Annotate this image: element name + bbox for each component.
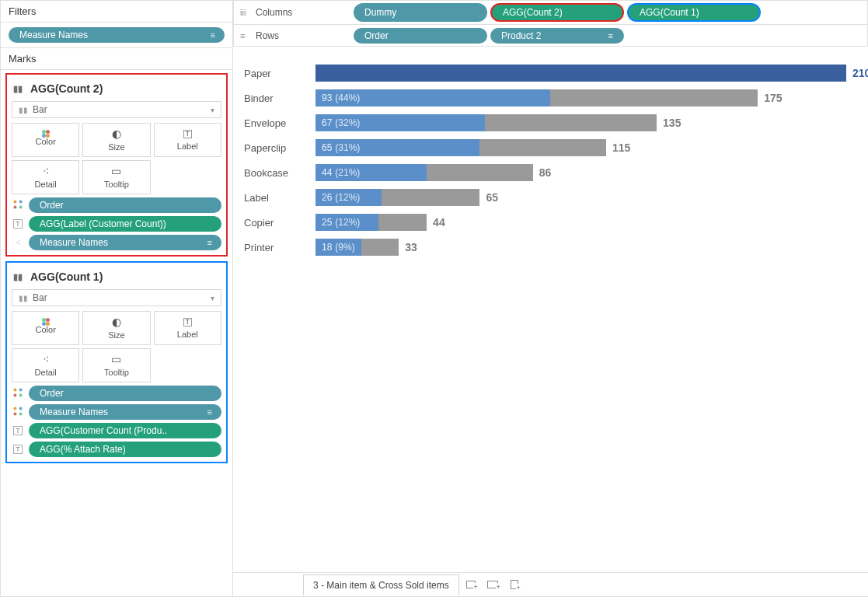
bar-wrap: 93 (44%) 175 xyxy=(315,89,846,106)
marks-pill[interactable]: AGG(% Attach Rate) xyxy=(29,442,221,457)
marks-size-button[interactable]: ◐Size xyxy=(82,311,150,345)
marks-pill-label: Measure Names xyxy=(40,237,203,248)
new-worksheet-button[interactable]: + xyxy=(461,574,481,595)
filters-header: Filters xyxy=(1,1,232,23)
bar-value-label: 175 xyxy=(764,89,782,106)
mark-type-label: Bar xyxy=(33,104,47,115)
marks-pill-label: AGG(Label (Customer Count)) xyxy=(40,218,212,229)
marks-pill[interactable]: Measure Names ≡ xyxy=(29,404,221,420)
marks-detail-button[interactable]: ⁖Detail xyxy=(12,348,79,382)
marks-size-label: Size xyxy=(108,142,124,152)
new-story-button[interactable]: + xyxy=(504,574,525,595)
marks-pill[interactable]: Measure Names ≡ xyxy=(29,235,221,250)
marks-color-button[interactable]: Color xyxy=(12,311,79,345)
left-panel: Filters Measure Names ≡ Marks ▮▮ AGG(Cou… xyxy=(0,0,233,597)
marks-header: Marks xyxy=(1,48,232,70)
marks-detail-button[interactable]: ⁖Detail xyxy=(12,160,79,194)
bar-chart-icon: ▮▮ xyxy=(19,106,28,114)
marks-card-agg-count-1-: ▮▮ AGG(Count 1) ▮▮Bar ▾ Color◐SizeTLabel… xyxy=(5,261,228,463)
marks-pill[interactable]: Order xyxy=(29,197,221,213)
shelf-pill-label: Order xyxy=(364,30,389,41)
marks-pill-label: AGG(% Attach Rate) xyxy=(40,444,212,455)
shelf-pill-label: Product 2 xyxy=(501,30,541,41)
label-icon: T xyxy=(183,318,193,326)
bar-crosssold[interactable]: 65 (31%) xyxy=(315,139,479,156)
mark-type-select[interactable]: ▮▮Bar ▾ xyxy=(12,289,221,306)
filter-pill[interactable]: Measure Names ≡ xyxy=(9,27,225,43)
category-label: Envelope xyxy=(244,117,306,129)
bar-chart: Paper 210Binder 93 (44%) 175Envelope 67 … xyxy=(244,61,846,260)
shelf-pill-label: AGG(Count 1) xyxy=(640,7,699,18)
label-encoding-icon: T xyxy=(12,427,24,435)
bar-inner-pct: (31%) xyxy=(335,142,360,153)
marks-color-label: Color xyxy=(36,137,56,146)
marks-detail-label: Detail xyxy=(35,180,57,189)
marks-pill-list: Order T AGG(Label (Customer Count)) ⁖ Me… xyxy=(12,197,221,250)
bar-inner-pct: (9%) xyxy=(335,242,354,253)
marks-card-agg-count-2-: ▮▮ AGG(Count 2) ▮▮Bar ▾ Color◐SizeTLabel… xyxy=(5,73,228,257)
bar-crosssold[interactable]: 18 (9%) xyxy=(315,239,361,256)
marks-pill-row: T AGG(Customer Count (Produ.. xyxy=(12,423,221,438)
marks-pill-label: AGG(Customer Count (Produ.. xyxy=(40,425,212,436)
marks-card-title[interactable]: ▮▮ AGG(Count 1) xyxy=(10,266,223,289)
chevron-down-icon: ▾ xyxy=(211,106,214,114)
bar-wrap: 25 (12%) 44 xyxy=(315,214,846,231)
rows-shelf[interactable]: ≡ Rows Order Product 2 ≡ xyxy=(233,25,868,47)
new-dashboard-button[interactable]: + xyxy=(483,574,503,595)
marks-tooltip-button[interactable]: ▭Tooltip xyxy=(82,160,150,194)
marks-pill[interactable]: Order xyxy=(29,386,221,401)
sheet-tab-active[interactable]: 3 - Main item & Cross Sold items xyxy=(303,574,459,595)
bar-value-label: 135 xyxy=(663,114,681,131)
bar-inner-pct: (12%) xyxy=(335,192,360,203)
bar-wrap: 26 (12%) 65 xyxy=(315,189,846,206)
marks-tooltip-button[interactable]: ▭Tooltip xyxy=(82,348,150,382)
category-label: Label xyxy=(244,192,306,204)
marks-buttons-bottom: ⁖Detail▭Tooltip xyxy=(12,348,221,382)
marks-label-button[interactable]: TLabel xyxy=(154,311,221,345)
bar-inner-value: 26 xyxy=(322,192,332,203)
category-label: Copier xyxy=(244,217,306,229)
bar-crosssold[interactable]: 93 (44%) xyxy=(315,89,550,106)
columns-label-text: Columns xyxy=(256,7,292,18)
marks-label-label: Label xyxy=(177,330,198,339)
marks-pill[interactable]: AGG(Customer Count (Produ.. xyxy=(29,423,221,438)
bar-inner-value: 44 xyxy=(322,167,332,178)
shelf-pill[interactable]: Product 2 ≡ xyxy=(490,28,624,44)
bar-wrap: 65 (31%) 115 xyxy=(315,139,846,156)
label-icon: T xyxy=(183,130,193,138)
bar-wrap: 67 (32%) 135 xyxy=(315,114,846,131)
bar-inner-value: 25 xyxy=(322,217,332,228)
shelf-pill[interactable]: Dummy xyxy=(354,3,487,22)
mark-type-select[interactable]: ▮▮Bar ▾ xyxy=(12,101,221,118)
chart-row: Paper 210 xyxy=(244,61,846,86)
bar-crosssold[interactable]: 26 (12%) xyxy=(315,189,382,206)
size-icon: ◐ xyxy=(112,316,121,327)
bar-value-label: 65 xyxy=(486,189,498,206)
marks-color-button[interactable]: Color xyxy=(12,123,79,157)
bar-value-label: 115 xyxy=(612,139,630,156)
marks-buttons-top: Color◐SizeTLabel xyxy=(12,123,221,157)
bar-value-label: 86 xyxy=(539,164,552,181)
marks-label-label: Label xyxy=(177,141,198,151)
bar-crosssold[interactable]: 67 (32%) xyxy=(315,114,485,131)
category-label: Paperclip xyxy=(244,142,306,154)
bar-crosssold[interactable]: 25 (12%) xyxy=(315,214,378,231)
marks-pill[interactable]: AGG(Label (Customer Count)) xyxy=(29,216,221,232)
marks-card-title[interactable]: ▮▮ AGG(Count 2) xyxy=(10,78,223,101)
bar-main[interactable] xyxy=(315,65,846,82)
shelf-pill[interactable]: AGG(Count 2) xyxy=(490,3,624,22)
label-encoding-icon: T xyxy=(12,445,24,453)
columns-icon: iii xyxy=(240,8,251,17)
marks-pill-row: T AGG(Label (Customer Count)) xyxy=(12,216,221,232)
shelf-pill[interactable]: AGG(Count 1) xyxy=(627,3,761,22)
marks-pill-label: Measure Names xyxy=(40,407,203,417)
marks-label-button[interactable]: TLabel xyxy=(154,123,221,157)
sort-icon: ≡ xyxy=(211,30,215,40)
bar-crosssold[interactable]: 44 (21%) xyxy=(315,164,427,181)
marks-pill-row: Order xyxy=(12,197,221,213)
columns-shelf[interactable]: iii Columns Dummy AGG(Count 2) AGG(Count… xyxy=(233,0,868,25)
shelf-pill[interactable]: Order xyxy=(354,28,487,44)
filter-pill-label: Measure Names xyxy=(19,30,206,40)
marks-size-button[interactable]: ◐Size xyxy=(82,123,150,157)
label-encoding-icon: T xyxy=(12,220,24,228)
